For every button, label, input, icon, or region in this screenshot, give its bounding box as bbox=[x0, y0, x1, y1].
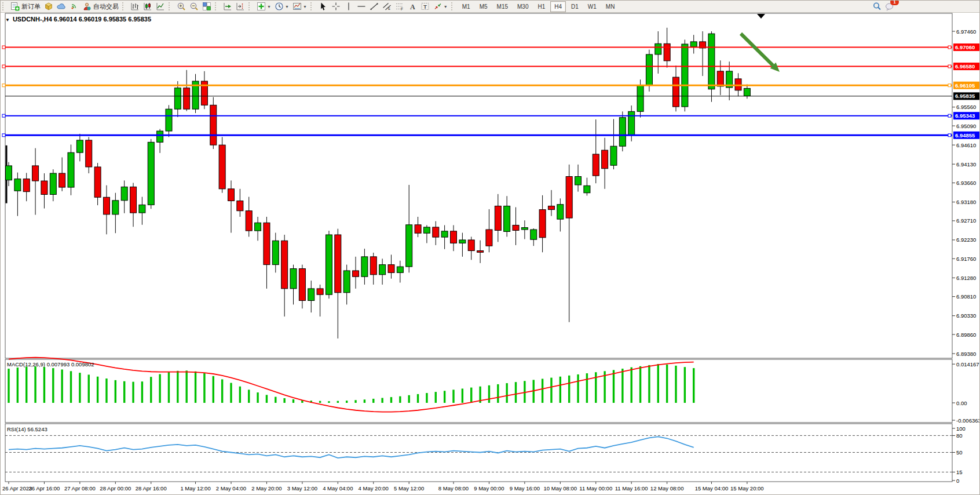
price-tick-label: 6.94610 bbox=[956, 142, 976, 148]
zoom-out-icon bbox=[189, 2, 199, 11]
candle-chart-icon bbox=[143, 2, 152, 11]
timeframe-button-h4[interactable]: H4 bbox=[550, 1, 566, 12]
indicators-icon bbox=[257, 2, 266, 11]
macd-histogram-bar bbox=[390, 397, 392, 403]
chevron-down-icon[interactable]: ▼ bbox=[285, 5, 289, 9]
text-button[interactable]: A bbox=[406, 1, 419, 12]
horizontal-line-button[interactable] bbox=[355, 1, 368, 12]
bar-chart-button[interactable] bbox=[129, 1, 141, 12]
macd-histogram-bar bbox=[70, 371, 72, 403]
line-anchor[interactable] bbox=[2, 84, 5, 87]
indicators-button[interactable]: ▼ bbox=[255, 1, 273, 12]
time-tick-label: 1 May 12:00 bbox=[180, 485, 210, 492]
autotrade-button[interactable]: 自动交易 bbox=[81, 1, 120, 12]
price-tick-label: 6.93180 bbox=[956, 199, 976, 205]
chevron-down-icon[interactable]: ▼ bbox=[444, 5, 448, 9]
crosshair-button[interactable] bbox=[330, 1, 342, 12]
toolbar-separator bbox=[451, 2, 455, 10]
chart-shift-button[interactable] bbox=[234, 1, 247, 12]
fibo-icon: F bbox=[395, 2, 404, 11]
notifications-button[interactable]: 1 bbox=[883, 1, 896, 12]
auto-scroll-button[interactable] bbox=[221, 1, 234, 12]
trendline-button[interactable] bbox=[368, 1, 381, 12]
vertical-line-button[interactable] bbox=[342, 1, 355, 12]
svg-text:E: E bbox=[388, 7, 390, 10]
macd-histogram-bar bbox=[292, 399, 294, 403]
cloud-icon bbox=[57, 2, 66, 11]
tile-windows-button[interactable] bbox=[200, 1, 213, 12]
chart-area[interactable]: 6.970606.965806.961056.958356.953436.948… bbox=[1, 13, 980, 495]
macd-histogram-bar bbox=[337, 401, 339, 403]
candle-bear bbox=[94, 167, 101, 197]
cube-button[interactable] bbox=[42, 1, 55, 12]
candle-bear bbox=[717, 71, 723, 86]
price-tick-label: 6.90810 bbox=[956, 293, 976, 300]
signal-icon bbox=[70, 2, 79, 11]
time-tick-label: 2 May 20:00 bbox=[251, 485, 281, 492]
line-anchor[interactable] bbox=[2, 46, 5, 49]
candle-bear bbox=[664, 43, 670, 61]
fibonacci-button[interactable]: F bbox=[393, 1, 406, 12]
time-tick-label: 27 Apr 08:00 bbox=[64, 485, 96, 492]
text-label-button[interactable]: T bbox=[419, 1, 432, 12]
price-tick-label: 6.92230 bbox=[956, 236, 976, 243]
timeframe-button-m30[interactable]: M30 bbox=[513, 1, 532, 12]
line-anchor[interactable] bbox=[948, 46, 951, 49]
timeframe-button-m5[interactable]: M5 bbox=[476, 1, 492, 12]
candle-bear bbox=[513, 225, 519, 230]
timeframe-button-m15[interactable]: M15 bbox=[493, 1, 512, 12]
line-anchor[interactable] bbox=[2, 134, 5, 137]
zoom-out-button[interactable] bbox=[188, 1, 200, 12]
time-tick-label: 5 May 12:00 bbox=[394, 485, 424, 492]
macd-histogram-bar bbox=[97, 377, 98, 403]
templates-button[interactable]: ▼ bbox=[291, 1, 309, 12]
timeframe-button-w1[interactable]: W1 bbox=[584, 1, 601, 12]
macd-histogram-bar bbox=[354, 400, 356, 403]
time-tick-label: 11 May 00:00 bbox=[579, 485, 612, 492]
candle-bull bbox=[272, 241, 279, 264]
candle-bull bbox=[397, 267, 403, 272]
textT-icon: T bbox=[420, 2, 430, 11]
candle-bull bbox=[148, 142, 154, 205]
new-order-button[interactable]: 新订单 bbox=[9, 1, 42, 12]
candle-bear bbox=[593, 154, 599, 176]
zoom-in-button[interactable] bbox=[175, 1, 188, 12]
timeframe-button-d1[interactable]: D1 bbox=[567, 1, 583, 12]
periods-button[interactable]: ▼ bbox=[273, 1, 291, 12]
line-anchor[interactable] bbox=[948, 134, 951, 137]
candle-bull bbox=[50, 173, 56, 194]
price-scale[interactable]: 6.974606.955606.950906.946106.941306.936… bbox=[952, 28, 976, 357]
candle-bull bbox=[139, 205, 145, 213]
rsi-tick-label: 50 bbox=[956, 449, 963, 456]
line-anchor[interactable] bbox=[948, 114, 951, 117]
arrows-button[interactable]: ▼ bbox=[432, 1, 449, 12]
chevron-down-icon[interactable]: ▼ bbox=[267, 5, 271, 9]
time-axis[interactable]: 26 Apr 202326 Apr 16:0027 Apr 08:0028 Ap… bbox=[2, 482, 764, 492]
channel-button[interactable]: E bbox=[381, 1, 393, 12]
cursor-button[interactable] bbox=[317, 1, 330, 12]
line-anchor[interactable] bbox=[2, 65, 5, 68]
timeframe-button-h1[interactable]: H1 bbox=[533, 1, 549, 12]
macd-histogram-bar bbox=[568, 376, 570, 403]
macd-histogram-bar bbox=[462, 388, 463, 403]
timeframe-button-mn[interactable]: MN bbox=[602, 1, 619, 12]
candle-bear bbox=[548, 206, 554, 209]
timeframe-button-m1[interactable]: M1 bbox=[458, 1, 474, 12]
chevron-down-icon[interactable]: ▼ bbox=[303, 5, 307, 9]
candle-chart-button[interactable] bbox=[141, 1, 154, 12]
line-anchor[interactable] bbox=[948, 84, 951, 87]
rsi-tick-label: 0 bbox=[956, 478, 959, 484]
signal-button[interactable] bbox=[68, 1, 81, 12]
line-chart-icon bbox=[156, 2, 165, 11]
search-button[interactable] bbox=[871, 1, 883, 12]
line-chart-button[interactable] bbox=[154, 1, 167, 12]
price-tick-label: 6.95090 bbox=[956, 123, 976, 129]
line-anchor[interactable] bbox=[2, 114, 5, 117]
macd-histogram-bar bbox=[61, 369, 63, 403]
line-anchor[interactable] bbox=[948, 65, 951, 68]
candle-bull bbox=[637, 86, 643, 112]
candle-bear bbox=[370, 257, 376, 275]
candle-bull bbox=[521, 228, 528, 230]
publish-button[interactable] bbox=[55, 1, 68, 12]
svg-text:F: F bbox=[401, 7, 403, 11]
